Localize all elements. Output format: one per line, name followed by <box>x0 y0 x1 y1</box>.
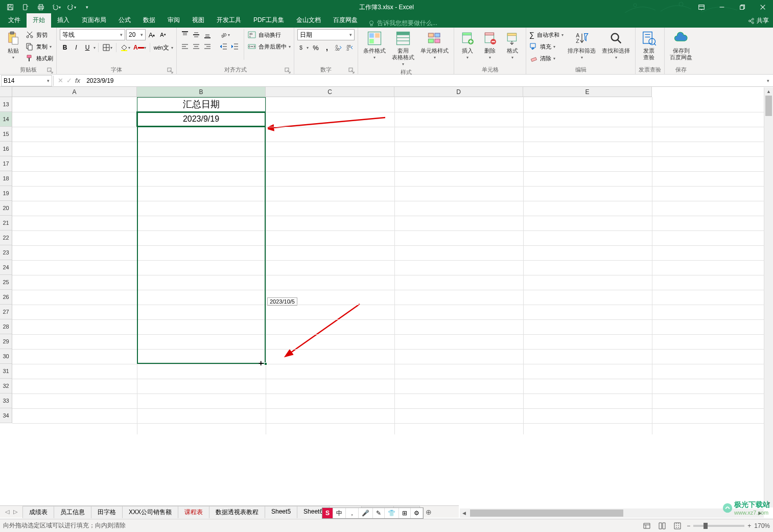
row-header-14[interactable]: 14 <box>0 112 12 127</box>
tellme-search[interactable]: 告诉我您想要做什么... <box>364 19 441 28</box>
row-header-15[interactable]: 15 <box>0 127 12 142</box>
bold-button[interactable]: B <box>60 42 70 53</box>
find-select-button[interactable]: 查找和选择▾ <box>600 29 632 61</box>
close-button[interactable] <box>753 0 773 14</box>
wrap-text-button[interactable]: abc自动换行 <box>248 29 291 40</box>
save-baidu-button[interactable]: 保存到 百度网盘 <box>668 29 694 62</box>
cell-styles-button[interactable]: 单元格样式▾ <box>418 29 451 61</box>
row-header-23[interactable]: 23 <box>0 245 12 260</box>
decrease-indent-button[interactable] <box>219 41 229 52</box>
qat-undo-button[interactable]: ▾ <box>49 1 63 13</box>
fx-button[interactable]: fx <box>75 77 80 84</box>
sheet-tab-数据透视表教程[interactable]: 数据透视表教程 <box>209 506 265 518</box>
row-header-33[interactable]: 33 <box>0 394 12 408</box>
cancel-formula-button[interactable]: ✕ <box>58 77 63 84</box>
autosum-button[interactable]: ∑自动求和▾ <box>529 29 564 40</box>
ime-pen-icon[interactable]: ✎ <box>373 508 385 518</box>
zoom-level[interactable]: 170% <box>754 522 770 529</box>
vertical-scrollbar[interactable]: ▲ ▼ <box>764 87 773 507</box>
sheet-tab-员工信息[interactable]: 员工信息 <box>54 506 91 518</box>
row-header-26[interactable]: 26 <box>0 290 12 305</box>
col-header-B[interactable]: B <box>137 87 266 97</box>
dialog-launcher-icon[interactable] <box>47 67 53 74</box>
row-header-21[interactable]: 21 <box>0 216 12 230</box>
qat-touch-button[interactable] <box>18 1 33 13</box>
tab-formulas[interactable]: 公式 <box>112 13 137 28</box>
formula-input[interactable]: 2023/9/19 <box>84 77 763 84</box>
qat-save-button[interactable] <box>3 1 17 13</box>
increase-font-button[interactable]: A▴ <box>147 30 157 40</box>
sheet-tab-课程表[interactable]: 课程表 <box>178 506 209 518</box>
vscroll-thumb[interactable] <box>765 96 772 116</box>
delete-cells-button[interactable]: 删除▾ <box>480 29 500 61</box>
align-top-button[interactable] <box>180 30 190 40</box>
cut-button[interactable]: 剪切 <box>26 29 53 40</box>
minimize-button[interactable] <box>712 0 732 14</box>
increase-indent-button[interactable] <box>230 41 240 52</box>
tab-data[interactable]: 数据 <box>137 13 161 28</box>
paste-button[interactable]: 粘贴 ▾ <box>3 29 24 61</box>
font-size-combo[interactable]: 20▾ <box>126 29 146 40</box>
row-header-34[interactable]: 34 <box>0 408 12 423</box>
ime-brand[interactable]: S <box>322 508 333 518</box>
sheet-tab-成绩表[interactable]: 成绩表 <box>22 506 54 518</box>
dialog-launcher-icon[interactable] <box>285 67 291 74</box>
align-middle-button[interactable] <box>191 30 201 40</box>
tab-view[interactable]: 视图 <box>186 13 210 28</box>
view-page-layout-button[interactable] <box>656 521 668 531</box>
col-header-E[interactable]: E <box>523 87 652 97</box>
name-box[interactable]: B14▾ <box>1 75 52 86</box>
row-header-16[interactable]: 16 <box>0 142 12 156</box>
sheet-nav-next[interactable]: ▷ <box>12 508 18 515</box>
dialog-launcher-icon[interactable] <box>167 67 173 74</box>
font-color-button[interactable]: A▾ <box>132 42 147 53</box>
sort-filter-button[interactable]: AZ排序和筛选▾ <box>566 29 598 61</box>
tab-file[interactable]: 文件 <box>2 13 27 28</box>
ime-lang[interactable]: 中 <box>333 508 346 518</box>
qat-print-button[interactable] <box>34 1 48 13</box>
dialog-launcher-icon[interactable] <box>348 67 355 74</box>
tab-insert[interactable]: 插入 <box>51 13 76 28</box>
select-all-button[interactable] <box>0 87 12 97</box>
sheet-tab-Sheet5[interactable]: Sheet5 <box>265 506 297 518</box>
align-left-button[interactable] <box>180 41 190 52</box>
share-button[interactable]: 共享 <box>747 16 769 25</box>
scroll-left-button[interactable]: ◀ <box>460 508 468 518</box>
tab-layout[interactable]: 页面布局 <box>76 13 112 28</box>
comma-button[interactable]: , <box>322 42 332 53</box>
ime-punct[interactable]: ， <box>346 508 359 518</box>
invoice-check-button[interactable]: 发票 查验 <box>639 29 659 62</box>
tab-review[interactable]: 审阅 <box>161 13 186 28</box>
restore-button[interactable] <box>732 0 753 14</box>
new-sheet-button[interactable]: ⊕ <box>423 507 435 517</box>
ime-keyboard-icon[interactable]: ⊞ <box>399 508 411 518</box>
increase-decimal-button[interactable]: .0.00 <box>333 42 343 53</box>
tab-wps[interactable]: 金山文档 <box>290 13 327 28</box>
row-header-25[interactable]: 25 <box>0 275 12 290</box>
decrease-decimal-button[interactable]: .00.0 <box>344 42 355 53</box>
tab-dev[interactable]: 开发工具 <box>210 13 247 28</box>
ime-toolbar[interactable]: S 中 ， 🎤 ✎ 👕 ⊞ ⚙ <box>322 507 424 519</box>
merge-center-button[interactable]: 合并后居中▾ <box>248 41 291 52</box>
tab-pdf[interactable]: PDF工具集 <box>247 13 290 28</box>
cell-grid[interactable]: 2023/10/5 汇总日期2023/9/19+ <box>12 97 773 434</box>
ime-settings-icon[interactable]: ⚙ <box>411 508 423 518</box>
phonetic-button[interactable]: wén文 <box>153 42 170 53</box>
accounting-button[interactable]: $▾ <box>297 42 310 53</box>
sheet-tab-XXX公司销售额[interactable]: XXX公司销售额 <box>122 506 178 518</box>
col-header-A[interactable]: A <box>12 87 137 97</box>
view-normal-button[interactable] <box>641 521 653 531</box>
painter-button[interactable]: 格式刷 <box>26 53 53 64</box>
ime-mic-icon[interactable]: 🎤 <box>359 508 373 518</box>
insert-cells-button[interactable]: 插入▾ <box>457 29 478 61</box>
zoom-in-button[interactable]: + <box>747 522 751 529</box>
row-header-22[interactable]: 22 <box>0 230 12 245</box>
hscroll-thumb[interactable] <box>470 510 623 517</box>
expand-formula-button[interactable]: ▾ <box>763 78 773 83</box>
row-header-32[interactable]: 32 <box>0 379 12 394</box>
horizontal-scrollbar[interactable]: ◀ ▶ <box>460 508 764 518</box>
row-header-30[interactable]: 30 <box>0 349 12 364</box>
tab-home[interactable]: 开始 <box>27 13 51 28</box>
row-header-18[interactable]: 18 <box>0 171 12 186</box>
row-header-29[interactable]: 29 <box>0 334 12 349</box>
